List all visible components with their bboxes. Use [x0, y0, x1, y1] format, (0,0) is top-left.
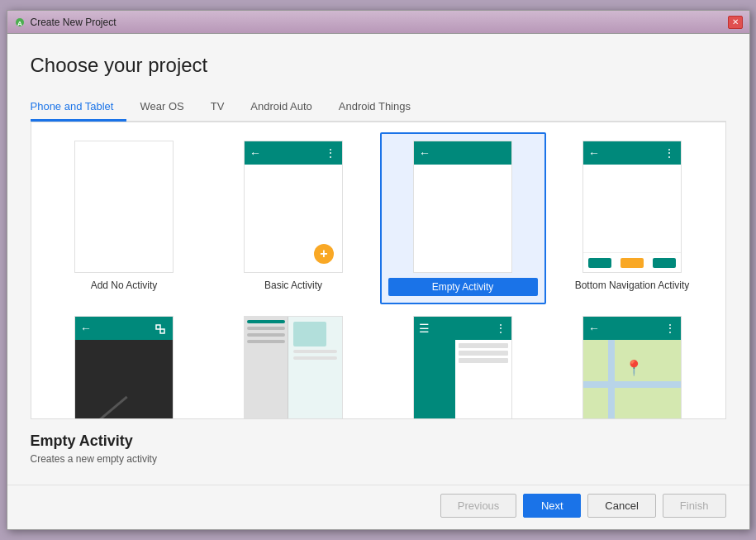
nav-drawer-content	[414, 340, 511, 419]
activity-basic[interactable]: ← ⋮ + Basic Activity	[211, 132, 377, 304]
fullscreen-content	[75, 340, 173, 419]
window: A Create New Project ✕ Choose your proje…	[7, 10, 750, 530]
activity-fullscreen[interactable]: ← Fullscreen Activity	[41, 308, 207, 419]
master-panel	[245, 317, 288, 419]
master-detail-content	[245, 317, 342, 419]
activity-google-maps-thumb: ← ⋮ 📍	[582, 316, 682, 419]
fab-icon: +	[314, 244, 334, 264]
description-area: Empty Activity Creates a new empty activ…	[31, 419, 726, 471]
master-line-3	[247, 333, 285, 337]
activity-empty-label: Empty Activity	[388, 278, 538, 296]
activity-basic-label: Basic Activity	[264, 280, 322, 291]
basic-top-bar: ← ⋮	[245, 141, 342, 165]
tab-bar: Phone and Tablet Wear OS TV Android Auto…	[31, 93, 726, 122]
menu-icon: ☰	[419, 322, 430, 335]
detail-line-1	[293, 350, 337, 353]
fullscreen-line	[82, 396, 128, 419]
activity-no-activity[interactable]: Add No Activity	[41, 132, 207, 304]
back-icon-bottom: ←	[588, 146, 600, 160]
activity-no-activity-thumb	[74, 141, 174, 273]
nav-item-1	[588, 258, 611, 268]
road-horizontal	[583, 381, 681, 388]
tab-wear[interactable]: Wear OS	[126, 93, 197, 122]
fullscreen-bracket	[155, 323, 166, 335]
drawer-line-1	[459, 343, 508, 348]
more-icon-nav: ⋮	[495, 322, 506, 335]
back-icon-maps: ←	[588, 322, 600, 335]
drawer-line-2	[459, 351, 508, 356]
fullscreen-bar: ←	[75, 317, 173, 340]
finish-button[interactable]: Finish	[663, 494, 726, 518]
bottom-nav-top-bar: ← ⋮	[583, 141, 681, 165]
app-icon: A	[14, 17, 26, 28]
drawer-panel	[414, 340, 455, 419]
activity-empty[interactable]: ← Empty Activity	[380, 132, 546, 304]
svg-rect-3	[160, 329, 164, 333]
map-marker: 📍	[625, 361, 643, 375]
activity-fullscreen-thumb: ←	[74, 316, 174, 419]
fullscreen-icon	[155, 323, 166, 335]
master-line-2	[247, 327, 285, 330]
road-vertical	[608, 340, 615, 419]
tab-android-things[interactable]: Android Things	[326, 93, 424, 122]
footer: Previous Next Cancel Finish	[7, 485, 749, 529]
activity-nav-drawer[interactable]: ☰ ⋮ Navigation Drawer Activity	[380, 308, 546, 419]
selected-activity-description: Creates a new empty activity	[31, 453, 726, 465]
gallery-area: Add No Activity ← ⋮ + Basic Activity	[31, 122, 726, 419]
activity-bottom-nav-label: Bottom Navigation Activity	[575, 280, 690, 291]
previous-button[interactable]: Previous	[440, 494, 517, 518]
tab-phone-tablet[interactable]: Phone and Tablet	[31, 93, 127, 122]
activity-empty-thumb: ←	[413, 141, 512, 273]
tab-android-auto[interactable]: Android Auto	[237, 93, 325, 122]
nav-drawer-top-bar: ☰ ⋮	[414, 317, 511, 340]
activity-bottom-nav-thumb: ← ⋮	[582, 141, 682, 273]
detail-panel	[288, 317, 342, 419]
empty-top-bar: ←	[414, 141, 511, 165]
more-icon-maps: ⋮	[664, 322, 676, 335]
activity-basic-thumb: ← ⋮ +	[244, 141, 343, 273]
activity-nav-drawer-thumb: ☰ ⋮	[413, 316, 512, 419]
detail-image	[293, 322, 326, 346]
basic-content: +	[245, 165, 342, 272]
maps-content: 📍	[583, 340, 681, 419]
master-line-4	[247, 340, 285, 343]
back-icon-fullscreen: ←	[80, 322, 92, 335]
tab-tv[interactable]: TV	[197, 93, 238, 122]
bottom-nav-content	[583, 165, 681, 252]
activity-no-activity-label: Add No Activity	[91, 280, 158, 291]
more-icon: ⋮	[325, 146, 337, 160]
more-icon-bottom: ⋮	[663, 146, 676, 160]
bottom-nav-bar	[583, 252, 681, 272]
back-icon: ←	[250, 146, 261, 160]
detail-line-2	[293, 356, 337, 360]
activity-bottom-nav[interactable]: ← ⋮ Bottom Navigation Activity	[549, 132, 716, 304]
activity-master-detail[interactable]: Master/Detail Flow	[211, 308, 377, 419]
activity-google-maps[interactable]: ← ⋮ 📍 Google Maps Act	[549, 308, 716, 419]
gallery-grid: Add No Activity ← ⋮ + Basic Activity	[31, 122, 725, 419]
page-title: Choose your project	[31, 54, 726, 77]
cancel-button[interactable]: Cancel	[587, 494, 655, 518]
svg-text:A: A	[17, 20, 22, 27]
activity-master-detail-thumb	[244, 316, 343, 419]
maps-top-bar: ← ⋮	[583, 317, 681, 340]
master-line-1	[247, 320, 285, 323]
selected-activity-title: Empty Activity	[31, 432, 726, 450]
nav-item-2	[620, 258, 644, 268]
back-icon-empty: ←	[419, 146, 430, 160]
close-button[interactable]: ✕	[728, 16, 743, 29]
drawer-line-3	[459, 358, 508, 363]
main-content: Choose your project Phone and Tablet Wea…	[7, 34, 749, 485]
drawer-main	[455, 340, 511, 419]
next-button[interactable]: Next	[523, 494, 581, 518]
title-bar: A Create New Project ✕	[7, 11, 749, 34]
nav-item-3	[653, 258, 676, 268]
empty-content	[414, 165, 511, 272]
window-title: Create New Project	[31, 17, 723, 28]
